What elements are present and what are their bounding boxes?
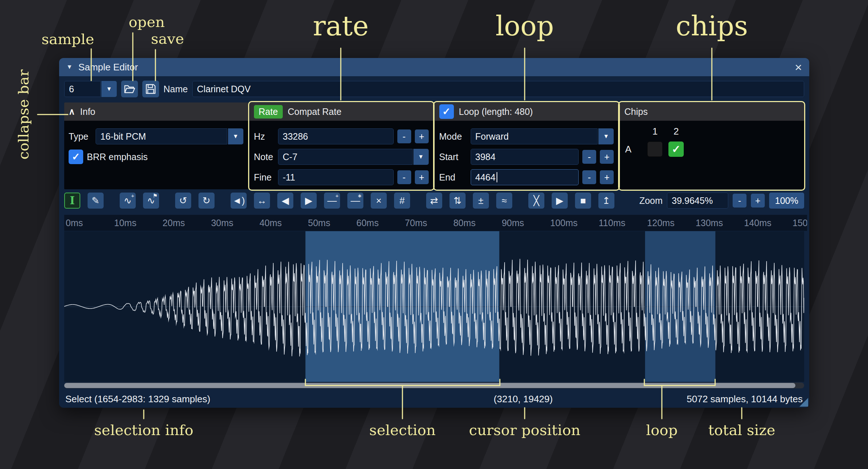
sample-number-combo[interactable]: 6 ▼ [64, 81, 117, 97]
cursor-position-text: (3210, 19429) [494, 394, 553, 405]
zoom-reset-button[interactable]: 100% [769, 193, 804, 209]
annotation-save: save [151, 30, 184, 47]
insert-silence-button[interactable]: —+ [324, 193, 340, 209]
sample-number-dropdown-icon[interactable]: ▼ [101, 81, 117, 97]
timeline-label: 50ms [308, 218, 330, 228]
annotation-cursor-position: cursor position [469, 422, 580, 438]
resize-badge-icon: + [131, 193, 134, 198]
waveform-scrollbar[interactable] [64, 383, 804, 388]
import-button[interactable]: ↥ [598, 193, 614, 209]
type-dropdown-icon[interactable]: ▼ [228, 128, 243, 144]
stop-preview-button[interactable]: ■ [575, 193, 591, 209]
delete-button[interactable]: × [371, 193, 387, 209]
rate-badge[interactable]: Rate [254, 105, 283, 119]
note-label: Note [254, 152, 274, 162]
undo-button[interactable]: ↺ [175, 193, 191, 209]
fade-in-button[interactable]: ◀ [277, 193, 293, 209]
reverse-icon: ⇄ [430, 196, 438, 205]
timeline-label: 60ms [356, 218, 379, 228]
open-button[interactable] [121, 81, 138, 97]
loop-start-minus-button[interactable]: - [582, 150, 596, 164]
resample-button[interactable]: ∿⚑ [143, 193, 159, 209]
filter-icon: ≈ [502, 196, 507, 205]
fine-minus-button[interactable]: - [397, 170, 411, 184]
loop-mode-combo[interactable]: Forward ▼ [471, 128, 614, 144]
name-input[interactable]: Clarinet DQV [192, 81, 804, 97]
timeline-label: 70ms [405, 218, 427, 228]
loop-start-label: Start [439, 152, 467, 162]
annotation-total-size: total size [708, 422, 775, 438]
loop-end-minus-button[interactable]: - [582, 170, 596, 184]
normalize-icon: ↔ [257, 196, 267, 205]
sample-editor-window: ▼ Sample Editor × 6 ▼ Name Clarinet DQV [59, 58, 809, 408]
hz-label: Hz [254, 131, 274, 142]
import-icon: ↥ [602, 196, 610, 205]
loop-start-plus-button[interactable]: + [600, 150, 614, 164]
chips-row-a: A ✓ [620, 142, 804, 157]
chips-header-label: Chips [624, 106, 648, 117]
chip-2-checkbox[interactable]: ✓ [668, 142, 684, 157]
zoom-out-button[interactable]: - [733, 194, 747, 208]
fine-plus-button[interactable]: + [415, 170, 429, 184]
sample-number-value[interactable]: 6 [64, 81, 101, 97]
window-collapse-icon[interactable]: ▼ [66, 63, 73, 71]
loop-end-plus-button[interactable]: + [600, 170, 614, 184]
close-icon[interactable]: × [795, 61, 802, 73]
rate-header: Rate Compat Rate [250, 102, 434, 121]
timeline-label: 40ms [259, 218, 282, 228]
hz-plus-button[interactable]: + [415, 129, 429, 143]
fine-input[interactable]: -11 [278, 169, 394, 185]
waveform-canvas[interactable] [64, 231, 804, 382]
preview-mode-button[interactable]: ╳ [528, 193, 544, 209]
filter-button[interactable]: ≈ [496, 193, 512, 209]
loop-enable-checkbox[interactable]: ✓ [439, 104, 454, 119]
flip-sign-button[interactable]: ± [473, 193, 489, 209]
draw-mode-button[interactable]: ✎ [88, 193, 104, 209]
trim-button[interactable]: # [394, 193, 410, 209]
resample-badge-icon: ⚑ [153, 193, 158, 198]
scrollbar-thumb[interactable] [64, 383, 795, 388]
loop-mode-dropdown-icon[interactable]: ▼ [598, 128, 614, 144]
total-size-text: 5072 samples, 10144 bytes [687, 394, 803, 405]
annotation-selection: selection [369, 422, 436, 438]
trim-icon: # [400, 196, 405, 205]
timeline-label: 20ms [163, 218, 185, 228]
loop-start-input[interactable]: 3984 [471, 149, 579, 165]
brr-emphasis-checkbox[interactable]: ✓ [69, 150, 83, 164]
type-value[interactable]: 16-bit PCM [96, 128, 227, 144]
flip-sign-icon: ± [478, 196, 483, 205]
edit-mode-button[interactable]: I [64, 193, 80, 209]
loop-end-input[interactable]: 4464 [471, 169, 579, 185]
brr-emphasis-label: BRR emphasis [87, 152, 148, 162]
zoom-label: Zoom [639, 195, 663, 206]
delete-icon: × [376, 196, 381, 205]
resize-grip[interactable] [799, 398, 808, 407]
zoom-value-input[interactable]: 39.9645% [667, 193, 728, 209]
resize-button[interactable]: ∿+ [120, 193, 136, 209]
annotation-collapse-bar: collapse bar [15, 69, 32, 159]
amplify-button[interactable]: ◄) [231, 193, 247, 209]
play-preview-button[interactable]: ▶ [552, 193, 568, 209]
hz-minus-button[interactable]: - [397, 129, 411, 143]
normalize-button[interactable]: ↔ [254, 193, 270, 209]
reverse-button[interactable]: ⇄ [426, 193, 442, 209]
note-dropdown-icon[interactable]: ▼ [413, 149, 429, 165]
note-value[interactable]: C-7 [278, 149, 413, 165]
loop-mode-value[interactable]: Forward [471, 128, 598, 144]
zoom-in-button[interactable]: + [751, 194, 765, 208]
waveform-area[interactable] [64, 231, 804, 382]
type-combo[interactable]: 16-bit PCM ▼ [96, 128, 243, 144]
type-label: Type [69, 131, 92, 142]
invert-button[interactable]: ⇅ [450, 193, 466, 209]
note-combo[interactable]: C-7 ▼ [278, 149, 429, 165]
hz-input[interactable]: 33286 [278, 128, 394, 144]
collapse-bar-icon[interactable]: ∧ [69, 106, 75, 117]
title-bar[interactable]: ▼ Sample Editor × [59, 58, 809, 76]
timeline-label: 30ms [211, 218, 233, 228]
chip-1-checkbox[interactable] [647, 142, 663, 157]
apply-silence-button[interactable]: —∗ [347, 193, 363, 209]
save-button[interactable] [142, 81, 159, 97]
info-header: ∧ Info [64, 102, 248, 121]
redo-button[interactable]: ↻ [198, 193, 215, 209]
fade-out-button[interactable]: ▶ [301, 193, 317, 209]
